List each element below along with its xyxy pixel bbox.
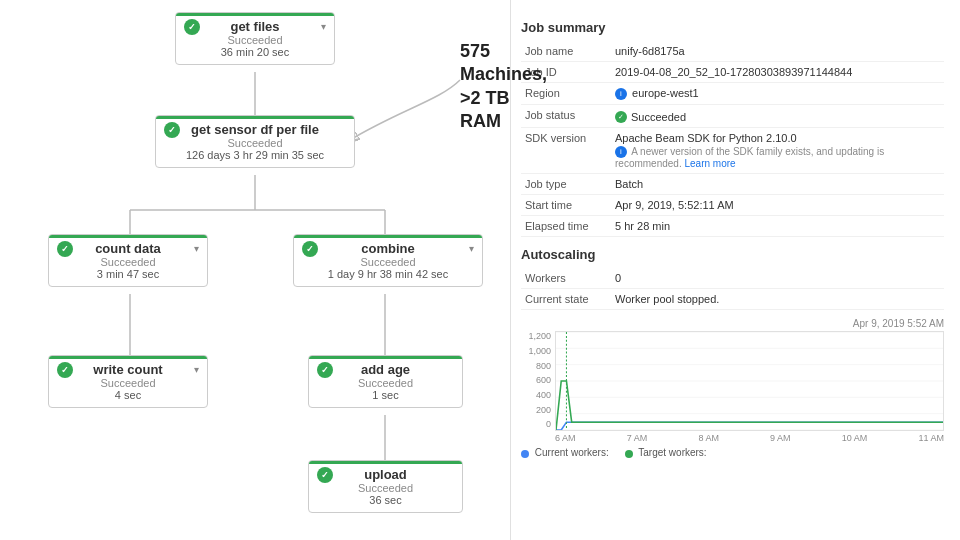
node-status: Succeeded <box>319 482 452 494</box>
label-elapsed-time: Elapsed time <box>521 216 611 237</box>
check-icon: ✓ <box>164 122 180 138</box>
table-row: Current state Worker pool stopped. <box>521 289 944 310</box>
node-top-bar <box>294 235 482 238</box>
check-icon: ✓ <box>317 467 333 483</box>
check-icon: ✓ <box>317 362 333 378</box>
value-job-name: unify-6d8175a <box>611 41 944 62</box>
node-title: count data <box>59 241 197 256</box>
autoscaling-table: Workers 0 Current state Worker pool stop… <box>521 268 944 310</box>
node-top-bar <box>49 356 207 359</box>
table-row: Start time Apr 9, 2019, 5:52:11 AM <box>521 195 944 216</box>
node-upload[interactable]: ✓ upload Succeeded 36 sec <box>308 460 463 513</box>
check-icon: ✓ <box>184 19 200 35</box>
node-title: upload <box>319 467 452 482</box>
check-icon: ✓ <box>57 241 73 257</box>
status-badge: ✓ Succeeded <box>615 111 686 123</box>
node-add-age[interactable]: ✓ add age Succeeded 1 sec <box>308 355 463 408</box>
x-label: 7 AM <box>627 433 648 443</box>
node-top-bar <box>176 13 334 16</box>
label-workers: Workers <box>521 268 611 289</box>
chevron-icon: ▾ <box>321 21 326 32</box>
value-start-time: Apr 9, 2019, 5:52:11 AM <box>611 195 944 216</box>
y-label: 600 <box>521 375 551 385</box>
node-time: 126 days 3 hr 29 min 35 sec <box>166 149 344 161</box>
y-label: 1,200 <box>521 331 551 341</box>
value-job-type: Batch <box>611 174 944 195</box>
table-row: Elapsed time 5 hr 28 min <box>521 216 944 237</box>
table-row: Job status ✓ Succeeded <box>521 105 944 128</box>
learn-more-link[interactable]: Learn more <box>684 158 735 169</box>
table-row: Job name unify-6d8175a <box>521 41 944 62</box>
node-top-bar <box>156 116 354 119</box>
legend-current: Current workers: <box>521 447 609 458</box>
x-axis: 6 AM 7 AM 8 AM 9 AM 10 AM 11 AM <box>555 433 944 443</box>
sdk-note: i A newer version of the SDK family exis… <box>615 146 940 169</box>
y-label: 800 <box>521 361 551 371</box>
info-icon: i <box>615 88 627 100</box>
chart-area-wrapper: 6 AM 7 AM 8 AM 9 AM 10 AM 11 AM <box>555 331 944 443</box>
label-job-type: Job type <box>521 174 611 195</box>
x-label: 8 AM <box>698 433 719 443</box>
check-icon: ✓ <box>302 241 318 257</box>
node-status: Succeeded <box>59 377 197 389</box>
label-sdk: SDK version <box>521 128 611 174</box>
legend-target: Target workers: <box>625 447 707 458</box>
node-status: Succeeded <box>59 256 197 268</box>
node-title: combine <box>304 241 472 256</box>
node-title: write count <box>59 362 197 377</box>
node-status: Succeeded <box>304 256 472 268</box>
table-row: Region i europe-west1 <box>521 83 944 105</box>
value-sdk: Apache Beam SDK for Python 2.10.0 i A ne… <box>611 128 944 174</box>
value-elapsed-time: 5 hr 28 min <box>611 216 944 237</box>
y-axis: 1,200 1,000 800 600 400 200 0 <box>521 331 551 431</box>
node-title: add age <box>319 362 452 377</box>
y-label: 1,000 <box>521 346 551 356</box>
chart-wrapper: 1,200 1,000 800 600 400 200 0 <box>521 331 944 443</box>
x-label: 10 AM <box>842 433 868 443</box>
node-time: 36 sec <box>319 494 452 506</box>
node-status: Succeeded <box>166 137 344 149</box>
node-write-count[interactable]: ✓ ▾ write count Succeeded 4 sec <box>48 355 208 408</box>
label-current-state: Current state <box>521 289 611 310</box>
chevron-icon: ▾ <box>194 364 199 375</box>
table-row: Job type Batch <box>521 174 944 195</box>
x-label: 6 AM <box>555 433 576 443</box>
node-count-data[interactable]: ✓ ▾ count data Succeeded 3 min 47 sec <box>48 234 208 287</box>
node-status: Succeeded <box>319 377 452 389</box>
y-label: 200 <box>521 405 551 415</box>
node-get-files[interactable]: ✓ ▾ get files Succeeded 36 min 20 sec <box>175 12 335 65</box>
autoscaling-title: Autoscaling <box>521 247 944 262</box>
label-start-time: Start time <box>521 195 611 216</box>
node-top-bar <box>309 356 462 359</box>
chart-container: Apr 9, 2019 5:52 AM 1,200 1,000 800 600 … <box>521 318 944 458</box>
node-time: 1 sec <box>319 389 452 401</box>
value-workers: 0 <box>611 268 944 289</box>
right-panel: Job summary Job name unify-6d8175a Job I… <box>510 0 960 540</box>
node-get-sensor[interactable]: ✓ get sensor df per file Succeeded 126 d… <box>155 115 355 168</box>
node-time: 3 min 47 sec <box>59 268 197 280</box>
table-row: Job ID 2019-04-08_20_52_10-1728030389397… <box>521 62 944 83</box>
legend-dot-target <box>625 450 633 458</box>
chevron-icon: ▾ <box>469 243 474 254</box>
status-dot: ✓ <box>615 111 627 123</box>
value-region: i europe-west1 <box>611 83 944 105</box>
chart-legend: Current workers: Target workers: <box>521 447 944 458</box>
node-title: get files <box>186 19 324 34</box>
chevron-icon: ▾ <box>194 243 199 254</box>
table-row: SDK version Apache Beam SDK for Python 2… <box>521 128 944 174</box>
value-job-status: ✓ Succeeded <box>611 105 944 128</box>
chart-area <box>555 331 944 431</box>
flow-diagram: 575 Machines, >2 TB RAM ✓ ▾ get files Su… <box>0 0 510 540</box>
job-summary-title: Job summary <box>521 20 944 35</box>
annotation-text: 575 Machines, >2 TB RAM <box>460 40 547 134</box>
node-title: get sensor df per file <box>166 122 344 137</box>
value-current-state: Worker pool stopped. <box>611 289 944 310</box>
node-combine[interactable]: ✓ ▾ combine Succeeded 1 day 9 hr 38 min … <box>293 234 483 287</box>
check-icon: ✓ <box>57 362 73 378</box>
node-status: Succeeded <box>186 34 324 46</box>
node-time: 4 sec <box>59 389 197 401</box>
chart-timestamp: Apr 9, 2019 5:52 AM <box>521 318 944 329</box>
node-top-bar <box>309 461 462 464</box>
info-icon: i <box>615 146 627 158</box>
x-label: 11 AM <box>918 433 944 443</box>
